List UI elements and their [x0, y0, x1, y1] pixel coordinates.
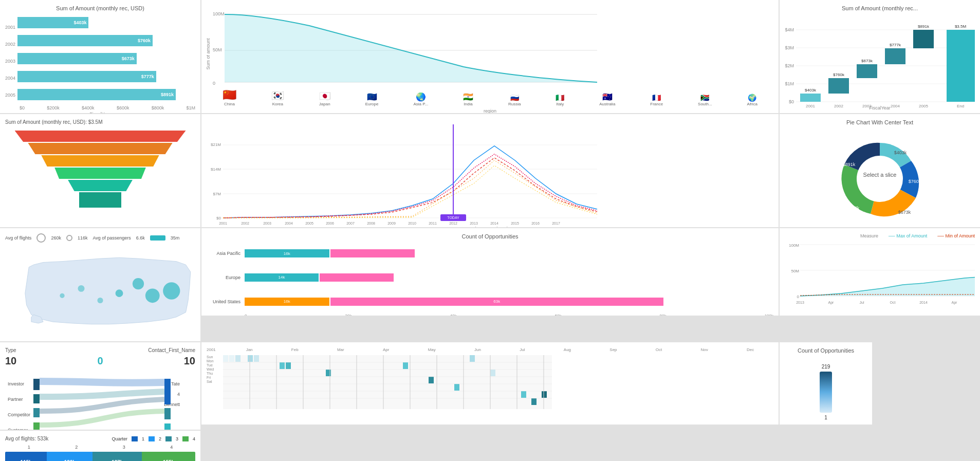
ml-x-2015: 2015: [511, 222, 519, 225]
gantt-bar-3: 137k: [93, 452, 142, 461]
flag-europe: 🇪🇺Europe: [365, 92, 379, 106]
svg-rect-3: [248, 355, 253, 362]
flag-japan: 🇯🇵Japan: [319, 90, 330, 106]
sankey-chart-cell: Type Contact_First_Name 10 0 10 Investor…: [0, 342, 200, 430]
pie-label-403k: $403k: [894, 150, 907, 155]
flag-africa: 🌍Africa: [747, 94, 757, 106]
wf-bar-2004: [885, 48, 905, 64]
pie-center-text: Select a slice: [863, 172, 897, 178]
wf-label-2005: $891k: [918, 24, 930, 29]
waterfall-chart-cell: Sum of Amount (monthly rec... $0 $1M $2M…: [780, 0, 980, 113]
gantt-header: Avg of flights: 533k Quarter 1 2 3 4: [5, 436, 195, 441]
gantt-bar-1: 115k: [5, 452, 47, 461]
gantt-bar-4: 155k: [142, 452, 195, 461]
map-bubble-2: [116, 289, 123, 297]
sankey-bar-competitor: [33, 408, 40, 417]
sankey-bar-right2: [164, 408, 171, 419]
wf-bar-2002: [828, 78, 849, 94]
gantt-bar-2-value: 126k: [64, 459, 76, 462]
ml-x-2005: 2005: [305, 222, 313, 225]
bar-2002: $760k: [17, 35, 153, 46]
wf-label-end: $3.5M: [955, 24, 967, 29]
sankey-bar-customer: [33, 422, 40, 430]
svg-rect-11: [470, 355, 475, 362]
ml-x-2001: 2001: [219, 222, 227, 225]
sankey-tate-label: Tate: [171, 381, 180, 386]
svg-rect-13: [521, 391, 526, 398]
area-x-jul1: Jul: [860, 301, 864, 304]
calendar-months: JanFebMarAprMayJunJulAugSepOctNovDec: [227, 347, 773, 353]
grouped-label-asia: Asia Pacific: [207, 251, 241, 256]
map-bubble-5: [97, 298, 103, 303]
gantt-q4-label: 4: [170, 445, 173, 450]
sankey-values: 10 0 10: [5, 355, 195, 367]
ml-x-2006: 2006: [326, 222, 334, 225]
map-bubble-4: [163, 282, 180, 299]
gantt-bar-3-value: 137k: [112, 459, 123, 462]
grouped-bar-us-orange: 16k: [245, 298, 329, 306]
area-measure-label: Measure: [860, 233, 878, 238]
grouped-label-europe: Europe: [207, 275, 241, 280]
flag-russia: 🇷🇺Russia: [508, 94, 521, 106]
map-bubble-6: [78, 285, 85, 292]
pie-label-777k: $777k: [847, 206, 860, 211]
ml-x-2009: 2009: [387, 222, 396, 225]
wf-y-3m: $3M: [785, 45, 794, 50]
grouped-row-europe: 14k: [245, 273, 773, 282]
area-chart-cell: Measure ── Max of Amount ── Min of Amoun…: [780, 228, 980, 316]
funnel-chart-cell: Sum of Amount (monthly rec, USD): $3.5M: [0, 114, 200, 227]
bubble-y-100m: 100M: [213, 11, 225, 16]
map-circle-small: [66, 235, 72, 241]
map-passengers-35m: 35m: [171, 235, 180, 241]
sankey-investor-label: Investor: [8, 381, 24, 386]
area-x-2013: 2013: [796, 301, 804, 304]
grouped-bar-europe-pink: [320, 273, 394, 282]
gantt-quarter-labels: 1 2 3 4: [5, 445, 195, 450]
flag-france: 🇫🇷France: [650, 94, 663, 106]
svg-rect-14: [531, 398, 537, 405]
calendar-month-labels: JanFebMarAprMayJunJulAugSepOctNovDec: [227, 347, 773, 352]
dashboard: Sum of Amount (monthly rec, USD) 2001 20…: [0, 0, 980, 461]
funnel-layer-2: [28, 143, 172, 154]
wf-y-2m: $2M: [785, 63, 794, 68]
wf-bar-2001: [800, 94, 821, 102]
bar-year-2003: 2003: [5, 59, 15, 64]
pie-chart-title: Pie Chart With Center Text: [785, 119, 975, 125]
gantt-bar-1-value: 115k: [21, 459, 32, 462]
wf-bar-end: [947, 30, 975, 102]
sankey-path-2: [40, 392, 164, 397]
bubble-chart-svg: 100M 50M 0 Sum of amount: [207, 5, 773, 93]
ml-x-2003: 2003: [263, 222, 271, 225]
bar-2005: $891k: [17, 89, 176, 100]
ml-y-7m: $7M: [213, 192, 221, 196]
count-legend-cell: Count of Opportunities 219 1: [780, 342, 872, 425]
area-y-0: 0: [797, 294, 800, 299]
cal-bg: [223, 355, 552, 409]
wf-x-2001: 2001: [806, 104, 815, 108]
ml-x-2011: 2011: [429, 222, 437, 225]
svg-rect-2: [235, 355, 241, 362]
funnel-title: Sum of Amount (monthly rec, USD): $3.5M: [5, 119, 195, 125]
sankey-header: Type Contact_First_Name: [5, 347, 195, 353]
area-x-apr2: Apr: [952, 301, 958, 305]
grouped-bar-cell: Count of Opportunities Asia Pacific Euro…: [201, 228, 779, 316]
svg-rect-12: [490, 370, 495, 376]
svg-rect-6: [286, 362, 291, 369]
ml-y-14m: $14M: [211, 167, 221, 172]
gantt-bar-2: 126k: [47, 452, 93, 461]
sankey-bar-partner: [33, 394, 40, 403]
waterfall-svg: $0 $1M $2M $3M $4M $403k $760k $673k $77…: [785, 13, 975, 108]
gantt-q2-label: 2: [75, 445, 78, 450]
svg-rect-9: [429, 377, 434, 383]
bar-2003: $673k: [17, 53, 137, 64]
grouped-bar-content: Asia Pacific Europe United States 16k 14…: [207, 242, 773, 314]
calendar-header: 2001 JanFebMarAprMayJunJulAugSepOctNovDe…: [207, 347, 773, 353]
pie-container: $403k $760k $673k $777k $891k Select a s…: [828, 127, 931, 227]
grouped-bar-asia-pink: [330, 249, 415, 257]
map-legend: Avg of flights 260k 116k Avg of passenge…: [5, 233, 195, 243]
sankey-center-value: 0: [97, 355, 103, 367]
map-bubble-1: [133, 278, 144, 289]
map-svg: [5, 245, 195, 337]
flag-asia: 🌏Asia P...: [413, 92, 428, 106]
funnel-layer-5: [68, 180, 133, 191]
